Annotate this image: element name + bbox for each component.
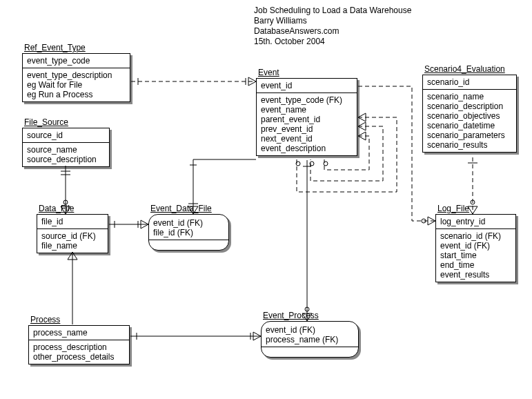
entity-ref-event-type: Ref_Event_Type event_type_code event_typ… [22,53,130,102]
attr-field: eg Run a Process [27,90,126,99]
entity-title: Data_File [39,204,74,213]
header-author: Barry Williams [254,16,411,26]
attr-field: source_id (FK) [41,231,104,241]
entity-pk: scenario_id [423,75,516,90]
pk-field: event_type_code [27,56,126,66]
entity-attrs: process_description other_process_detail… [29,340,129,364]
pk-field: event_id [261,81,353,90]
attr-field: scenario_id (FK) [440,231,511,241]
attr-field: next_event_id [261,134,353,144]
entity-event: Event event_id event_type_code (FK) even… [256,78,357,156]
svg-point-24 [422,219,426,223]
entity-attrs: source_name source_description [23,143,109,166]
attr-field: scenario_results [427,140,512,150]
attr-field: source_description [27,155,105,164]
diagram-header: Job Scheduling to Load a Data Warehouse … [254,6,411,47]
entity-title: Event_Process [263,311,319,320]
pk-field: file_id (FK) [153,228,224,237]
entity-pk: event_type_code [23,54,130,68]
attr-field: end_time [440,260,511,270]
entity-attrs: source_id (FK) file_name [37,229,108,253]
pk-field: scenario_id [427,77,512,87]
header-site: DatabaseAnswers.com [254,26,411,37]
entity-title: File_Source [24,117,68,127]
entity-data-file: Data_File file_id source_id (FK) file_na… [37,214,108,253]
svg-point-21 [296,162,300,166]
pk-field: log_entry_id [440,217,511,226]
entity-title: Event [258,68,279,77]
entity-pk: event_id (FK) process_name (FK) [262,322,358,347]
attr-field: source_name [27,145,105,155]
attr-field: start_time [440,251,511,260]
header-title: Job Scheduling to Load a Data Warehouse [254,6,411,16]
header-date: 15th. October 2004 [254,37,411,47]
attr-field: event_type_code (FK) [261,95,353,105]
entity-pk: event_id (FK) file_id (FK) [149,215,228,240]
entity-attrs [262,347,358,357]
entity-pk: event_id [257,79,357,93]
attr-field: event_type_description [27,70,126,80]
pk-field: process_name [33,328,125,338]
svg-point-23 [324,162,328,166]
attr-field: file_name [41,241,104,251]
attr-field: scenario_parameters [427,130,512,140]
entity-title: Scenario4_Evaluation [424,64,505,74]
attr-field: event_description [261,144,353,153]
entity-title: Process [30,315,60,324]
entity-attrs [149,240,228,250]
attr-field: eg Wait for File [27,80,126,90]
entity-title: Log_File [437,204,469,213]
entity-pk: source_id [23,128,109,143]
entity-pk: file_id [37,215,108,229]
entity-attrs: scenario_id (FK) event_id (FK) start_tim… [436,229,515,282]
entity-pk: log_entry_id [436,215,515,229]
attr-field: event_id (FK) [440,241,511,251]
pk-field: process_name (FK) [266,335,354,344]
pk-field: file_id [41,217,104,226]
attr-field: process_description [33,342,125,352]
entity-event-data-file: Event_Data_File event_id (FK) file_id (F… [148,214,229,251]
attr-field: scenario_description [427,101,512,111]
attr-field: event_name [261,105,353,115]
attr-field: prev_event_id [261,124,353,134]
entity-log-file: Log_File log_entry_id scenario_id (FK) e… [435,214,516,282]
svg-point-22 [310,162,314,166]
entity-pk: process_name [29,326,129,340]
entity-event-process: Event_Process event_id (FK) process_name… [261,321,359,358]
entity-title: Ref_Event_Type [24,43,86,52]
entity-process: Process process_name process_description… [28,325,130,364]
attr-field: scenario_name [427,92,512,101]
pk-field: source_id [27,130,105,140]
entity-attrs: scenario_name scenario_description scena… [423,90,516,152]
pk-field: event_id (FK) [153,218,224,228]
svg-point-27 [471,200,475,204]
attr-field: event_results [440,270,511,280]
entity-attrs: event_type_code (FK) event_name parent_e… [257,93,357,155]
entity-file-source: File_Source source_id source_name source… [22,128,110,167]
pk-field: event_id (FK) [266,325,354,335]
entity-attrs: event_type_description eg Wait for File … [23,68,130,101]
attr-field: scenario_objectives [427,111,512,121]
entity-title: Event_Data_File [150,204,212,213]
attr-field: other_process_details [33,352,125,362]
entity-scenario4-evaluation: Scenario4_Evaluation scenario_id scenari… [422,75,517,153]
attr-field: scenario_datetime [427,121,512,130]
attr-field: parent_event_id [261,115,353,124]
